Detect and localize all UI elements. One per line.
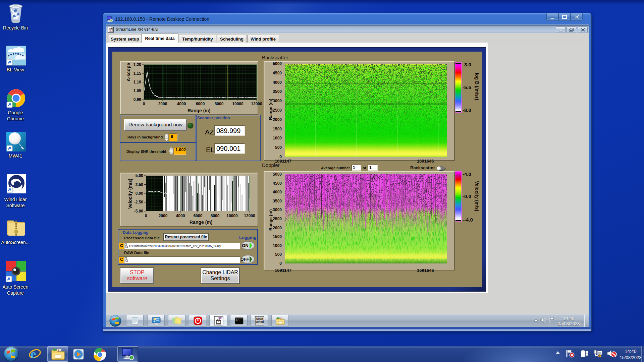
svg-text:sched: sched (256, 320, 264, 323)
svg-text:C:\_: C:\_ (236, 319, 241, 321)
svg-text:!: ! (599, 355, 600, 357)
svg-text:e: e (31, 348, 36, 361)
svg-text:ON: ON (242, 243, 249, 248)
svg-text:OFF: OFF (241, 257, 249, 262)
